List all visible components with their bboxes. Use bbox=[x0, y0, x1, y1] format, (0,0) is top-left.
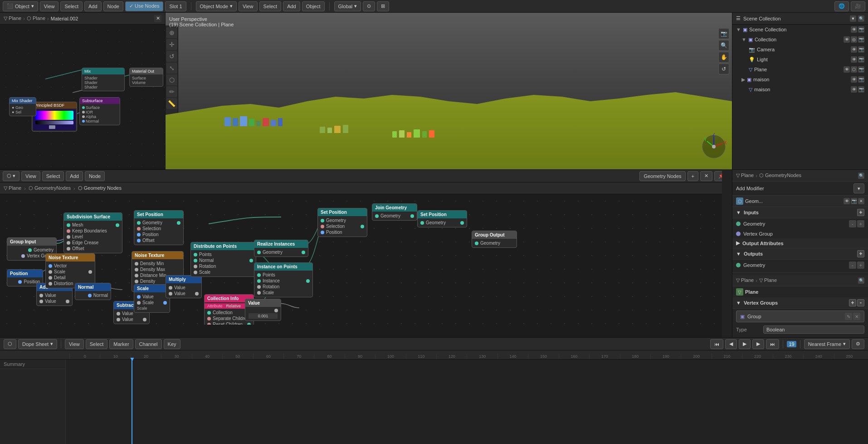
plane-geo[interactable]: ⬡ bbox=[851, 66, 857, 73]
outliner-item-scene-collection[interactable]: ▼ ▣ Scene Collection 👁 📷 bbox=[732, 25, 868, 35]
select-icon[interactable]: ◎ bbox=[851, 36, 857, 43]
transform-tool[interactable]: ⬡ bbox=[166, 74, 177, 85]
plane-eye[interactable]: 👁 bbox=[844, 66, 850, 73]
instance-on-pts[interactable]: Instance on Points Points Instance Rotat… bbox=[254, 262, 313, 297]
transform-btn[interactable]: Global ▾ bbox=[334, 1, 361, 11]
geo-out-minus[interactable]: - bbox=[849, 261, 856, 269]
group-x[interactable]: ✕ bbox=[853, 313, 860, 320]
tl-key[interactable]: Key bbox=[164, 339, 180, 349]
shader-canvas[interactable]: Mix Shader Shader Shader Material Out Su… bbox=[0, 25, 165, 168]
render-icon[interactable]: 📷 bbox=[858, 26, 864, 33]
obj-search[interactable]: 🔍 bbox=[858, 277, 864, 284]
render-btn[interactable]: 🎥 bbox=[851, 1, 865, 11]
inputs-add-btn[interactable]: + bbox=[857, 209, 864, 216]
node-select-btn[interactable]: Select bbox=[42, 171, 64, 181]
move-tool[interactable]: ✛ bbox=[166, 39, 177, 50]
slot-btn[interactable]: Slot 1 bbox=[165, 1, 186, 11]
add-menu-btn[interactable]: Add bbox=[84, 1, 102, 11]
maison-render[interactable]: 📷 bbox=[858, 76, 864, 83]
outliner-item-collection[interactable]: ▼ ▣ Collection 👁 ◎ 📷 bbox=[732, 35, 868, 44]
vertex-groups-toggle[interactable]: ▼ Vertex Groups + - bbox=[732, 297, 868, 309]
select-menu-btn[interactable]: Select bbox=[60, 1, 83, 11]
inputs-section-toggle[interactable]: ▼ Inputs + bbox=[732, 207, 868, 218]
node-add-btn[interactable]: Add bbox=[66, 171, 83, 181]
measure-tool[interactable]: 📏 bbox=[166, 98, 177, 109]
timeline-content[interactable]: Summary bbox=[0, 360, 868, 444]
outliner-item-maison-obj[interactable]: ▽ maison 👁 📷 bbox=[732, 84, 868, 94]
eye-icon-2[interactable]: 👁 bbox=[844, 36, 850, 43]
modifier-icon[interactable]: ⬡ bbox=[736, 197, 743, 205]
color-picker-preview[interactable] bbox=[33, 109, 76, 130]
subdivision-node[interactable]: Subdivision Surface Mesh Keep Boundaries… bbox=[63, 212, 122, 253]
outputs-plus[interactable]: + bbox=[857, 250, 864, 257]
multiply-node[interactable]: Multiply Value Value bbox=[166, 275, 202, 298]
set-pos-2-node[interactable]: Set Position Geometry Selection Position bbox=[317, 208, 367, 237]
output-attrs-toggle[interactable]: ▶ Output Attributes bbox=[732, 238, 868, 248]
node-view-btn[interactable]: View bbox=[21, 171, 40, 181]
color-handle[interactable] bbox=[49, 125, 55, 129]
orbit-btn[interactable]: ↺ bbox=[718, 64, 729, 74]
maison-obj-eye[interactable]: 👁 bbox=[851, 86, 857, 93]
geo-nodes-title-btn[interactable]: Geometry Nodes bbox=[639, 171, 685, 181]
shader-node-1[interactable]: Mix Shader Shader Shader bbox=[82, 68, 125, 91]
rotate-tool[interactable]: ↺ bbox=[166, 51, 177, 62]
shader-node-mix[interactable]: Mix Shader ● Geo ● Sel bbox=[9, 97, 36, 116]
tl-select[interactable]: Select bbox=[86, 339, 108, 349]
current-frame-display[interactable]: 19 bbox=[787, 341, 796, 347]
play-prev-frame[interactable]: ◀ bbox=[725, 339, 737, 349]
light-eye[interactable]: 👁 bbox=[851, 56, 857, 63]
outliner-item-plane[interactable]: ▽ Plane 👁 ⬡ 📷 bbox=[732, 64, 868, 74]
normal-node[interactable]: Normal Normal bbox=[75, 283, 111, 300]
tl-settings[interactable]: ⚙ bbox=[852, 339, 864, 349]
realize-instances-node[interactable]: Realize Instances Geometry bbox=[254, 240, 308, 257]
use-nodes-btn[interactable]: ✓ Use Nodes bbox=[125, 1, 163, 11]
pan-btn[interactable]: ✋ bbox=[718, 52, 729, 63]
distribute-node[interactable]: Distribute on Points Points Normal Rotat… bbox=[190, 242, 256, 277]
filter-icon[interactable]: ▼ bbox=[850, 15, 856, 22]
vg-remove[interactable]: - bbox=[857, 299, 864, 306]
node-menu-btn[interactable]: Node bbox=[103, 1, 123, 11]
3d-viewport[interactable]: ⊞ ● ◌ ☀ Options ▾ ⊕ ✛ ↺ ⤡ ⬡ ✏ 📏 User Per… bbox=[166, 13, 732, 169]
scale-node[interactable]: Scale Value Scale Scale bbox=[134, 284, 170, 313]
group-output-node[interactable]: Group Output Geometry bbox=[472, 231, 517, 248]
geo-out-plus[interactable]: + bbox=[857, 261, 864, 269]
geo-minus-btn[interactable]: - bbox=[849, 220, 856, 227]
playback-method-btn[interactable]: Nearest Frame ▾ bbox=[804, 339, 850, 349]
view-menu-btn[interactable]: View bbox=[40, 1, 59, 11]
play-jump-start[interactable]: ⏮ bbox=[710, 339, 723, 349]
object2-btn[interactable]: Object bbox=[302, 1, 325, 11]
close-shader-btn[interactable]: ✕ bbox=[154, 15, 161, 22]
cam-eye[interactable]: 👁 bbox=[851, 46, 857, 53]
add-mod-btn[interactable]: ▾ bbox=[853, 183, 864, 193]
annotate-tool[interactable]: ✏ bbox=[166, 86, 177, 97]
plane-render[interactable]: 📷 bbox=[858, 66, 864, 73]
close-node-tree-btn[interactable]: ✕ bbox=[700, 171, 712, 181]
cam-render[interactable]: 📷 bbox=[858, 46, 864, 53]
value-node[interactable]: Value 0.001 bbox=[245, 299, 281, 321]
geometry-node-editor[interactable]: ⬡ ▾ View Select Add Node Geometry Nodes … bbox=[0, 169, 732, 337]
outputs-section-toggle[interactable]: ▼ Outputs + bbox=[732, 248, 868, 260]
scale-tool[interactable]: ⤡ bbox=[166, 63, 177, 74]
color-picker-node[interactable]: Principled BSDF bbox=[32, 102, 77, 132]
render-icon-2[interactable]: 📷 bbox=[858, 36, 864, 43]
viewport-content[interactable]: ⊕ ✛ ↺ ⤡ ⬡ ✏ 📏 User Perspective (19) Scen… bbox=[166, 13, 732, 169]
cursor-tool[interactable]: ⊕ bbox=[166, 27, 177, 38]
timeline-icon[interactable]: ⬡ bbox=[4, 339, 16, 349]
mod-render[interactable]: 📷 bbox=[851, 198, 857, 204]
set-position-node-1[interactable]: Set Position Geometry Selection Position… bbox=[134, 210, 184, 245]
eye-icon[interactable]: 👁 bbox=[851, 26, 857, 33]
geo-plus-btn[interactable]: + bbox=[857, 220, 864, 227]
scene-selector[interactable]: 🌐 bbox=[834, 1, 849, 11]
light-render[interactable]: 📷 bbox=[858, 56, 864, 63]
zoom-btn[interactable]: 🔍 bbox=[718, 40, 729, 51]
pivot-btn[interactable]: ⊙ bbox=[363, 1, 375, 11]
add2-btn[interactable]: Add bbox=[283, 1, 300, 11]
view2-btn[interactable]: View bbox=[239, 1, 258, 11]
maison-obj-render[interactable]: 📷 bbox=[858, 86, 864, 93]
set-pos-3-node[interactable]: Set Position Geometry bbox=[417, 210, 467, 227]
inputs-plus[interactable]: + bbox=[857, 209, 864, 216]
vg-add[interactable]: + bbox=[849, 299, 856, 306]
play-btn[interactable]: ▶ bbox=[739, 339, 751, 349]
node-canvas[interactable]: Group Input Geometry Vertex Group Subdiv… bbox=[0, 194, 731, 325]
join-geo-node[interactable]: Join Geometry Geometry bbox=[372, 203, 417, 221]
